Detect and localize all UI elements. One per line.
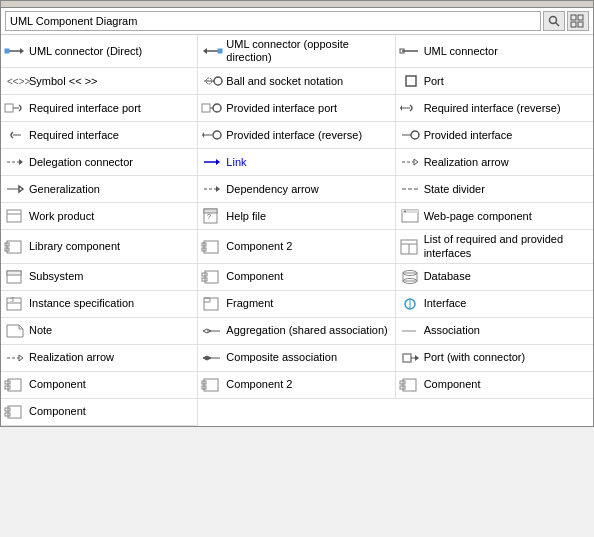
item-label: Provided interface — [424, 129, 513, 142]
item-icon — [5, 348, 25, 368]
list-item[interactable]: Provided interface port — [198, 95, 395, 122]
list-item[interactable]: Ball and socket notation — [198, 68, 395, 95]
item-icon — [5, 152, 25, 172]
item-icon — [400, 348, 420, 368]
list-item[interactable]: Web-page component — [396, 203, 593, 230]
item-label: Subsystem — [29, 270, 83, 283]
item-icon — [5, 375, 25, 395]
svg-text:<<>>: <<>> — [7, 76, 31, 87]
list-item[interactable]: Dependency arrow — [198, 176, 395, 203]
item-label: Dependency arrow — [226, 183, 318, 196]
item-icon — [400, 321, 420, 341]
list-item[interactable]: State divider — [396, 176, 593, 203]
list-item[interactable]: Realization arrow — [1, 345, 198, 372]
list-item[interactable]: Aggregation (shared association) — [198, 318, 395, 345]
list-item[interactable]: Component — [1, 399, 198, 426]
list-item[interactable]: Required interface — [1, 122, 198, 149]
svg-marker-25 — [400, 105, 402, 111]
list-item[interactable]: Required interface (reverse) — [396, 95, 593, 122]
list-item[interactable]: Provided interface (reverse) — [198, 122, 395, 149]
list-item[interactable]: UML connector — [396, 35, 593, 68]
list-item[interactable]: Port (with connector) — [396, 345, 593, 372]
list-item[interactable]: Component — [1, 372, 198, 399]
item-icon — [5, 321, 25, 341]
item-icon — [202, 152, 222, 172]
svg-rect-71 — [204, 298, 218, 310]
svg-marker-41 — [216, 186, 220, 192]
item-icon — [202, 71, 222, 91]
list-item[interactable]: Port — [396, 68, 593, 95]
list-item[interactable]: Work product — [1, 203, 198, 230]
list-item[interactable]: Required interface port — [1, 95, 198, 122]
list-item[interactable]: <<>>Symbol << >> — [1, 68, 198, 95]
list-item[interactable]: Component — [198, 264, 395, 291]
item-icon — [202, 348, 222, 368]
list-item[interactable]: Fragment — [198, 291, 395, 318]
item-label: Work product — [29, 210, 94, 223]
item-label: Realization arrow — [424, 156, 509, 169]
svg-rect-19 — [5, 104, 13, 112]
item-label: Association — [424, 324, 480, 337]
item-icon — [5, 179, 25, 199]
list-item[interactable]: Association — [396, 318, 593, 345]
svg-marker-39 — [19, 186, 23, 192]
list-item[interactable]: Component — [396, 372, 593, 399]
item-label: Database — [424, 270, 471, 283]
svg-text:?: ? — [207, 213, 211, 220]
panel-header — [1, 1, 593, 8]
list-item[interactable]: UML connector (Direct) — [1, 35, 198, 68]
search-button[interactable] — [543, 11, 565, 31]
svg-rect-66 — [403, 273, 417, 281]
list-item[interactable]: Note — [1, 318, 198, 345]
svg-rect-61 — [7, 271, 21, 275]
item-icon — [5, 402, 25, 422]
list-item[interactable]: Component 2 — [198, 230, 395, 263]
list-item[interactable]: Interface — [396, 291, 593, 318]
list-item[interactable]: List of required and provided interfaces — [396, 230, 593, 263]
list-item[interactable]: Link — [198, 149, 395, 176]
list-item[interactable]: :IInstance specification — [1, 291, 198, 318]
item-icon — [400, 237, 420, 257]
item-icon — [202, 237, 222, 257]
item-icon — [400, 206, 420, 226]
item-label: Component — [29, 378, 86, 391]
list-item[interactable]: Provided interface — [396, 122, 593, 149]
item-icon — [202, 98, 222, 118]
item-icon — [400, 294, 420, 314]
list-item[interactable]: Composite association — [198, 345, 395, 372]
svg-rect-21 — [202, 104, 210, 112]
libraries-panel: UML connector (Direct)UML connector (opp… — [0, 0, 594, 427]
item-label: Composite association — [226, 351, 337, 364]
view-button[interactable] — [567, 11, 589, 31]
svg-marker-81 — [203, 356, 211, 360]
svg-rect-43 — [7, 210, 21, 222]
item-icon — [202, 179, 222, 199]
list-item[interactable]: Realization arrow — [396, 149, 593, 176]
item-label: State divider — [424, 183, 485, 196]
item-label: Provided interface port — [226, 102, 337, 115]
list-item[interactable]: Subsystem — [1, 264, 198, 291]
list-item[interactable]: Database — [396, 264, 593, 291]
list-item[interactable]: Library component — [1, 230, 198, 263]
svg-rect-11 — [218, 49, 222, 53]
item-icon — [400, 71, 420, 91]
item-label: Component 2 — [226, 240, 292, 253]
svg-point-28 — [213, 131, 221, 139]
search-input[interactable] — [5, 11, 541, 31]
item-icon — [202, 294, 222, 314]
item-icon — [5, 41, 25, 61]
svg-text::I: :I — [10, 296, 14, 303]
list-item[interactable]: UML connector (opposite direction) — [198, 35, 395, 68]
item-icon — [5, 98, 25, 118]
list-item[interactable]: Component 2 — [198, 372, 395, 399]
svg-rect-18 — [406, 76, 416, 86]
item-label: Instance specification — [29, 297, 134, 310]
svg-point-16 — [214, 77, 222, 85]
item-label: Component — [424, 378, 481, 391]
item-label: Required interface port — [29, 102, 141, 115]
list-item[interactable]: Generalization — [1, 176, 198, 203]
item-label: Component 2 — [226, 378, 292, 391]
item-icon — [5, 206, 25, 226]
list-item[interactable]: ?Help file — [198, 203, 395, 230]
list-item[interactable]: Delegation connector — [1, 149, 198, 176]
